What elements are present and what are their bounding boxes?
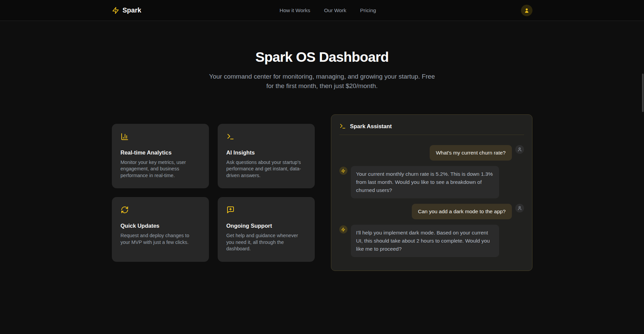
terminal-icon [339, 123, 346, 130]
feature-card-ai-insights: AI Insights Ask questions about your sta… [218, 124, 315, 189]
chat-panel-header: Spark Assistant [339, 123, 524, 135]
chat-message-assistant: I'll help you implement dark mode. Based… [339, 225, 524, 257]
zap-icon [112, 7, 119, 14]
message-square-plus-icon [226, 206, 235, 214]
page-subtitle: Your command center for monitoring, mana… [206, 72, 438, 91]
nav-inner: Spark How it Works Our Work Pricing [112, 0, 532, 21]
user-icon [517, 206, 522, 211]
main-content: Real-time Analytics Monitor your key met… [112, 114, 532, 271]
feature-title: Real-time Analytics [121, 149, 200, 156]
user-avatar [515, 204, 524, 213]
brand-logo[interactable]: Spark [112, 6, 142, 14]
zap-icon [341, 169, 345, 173]
user-icon [524, 7, 530, 13]
top-nav: Spark How it Works Our Work Pricing [0, 0, 644, 21]
user-message-bubble: What's my current churn rate? [430, 145, 512, 161]
user-avatar [515, 145, 524, 154]
feature-card-real-time-analytics: Real-time Analytics Monitor your key met… [112, 124, 209, 189]
user-avatar-button[interactable] [521, 5, 532, 16]
chat-message-user: What's my current churn rate? [339, 145, 524, 161]
feature-title: AI Insights [226, 149, 306, 156]
brand-name: Spark [123, 6, 142, 14]
assistant-message-bubble: I'll help you implement dark mode. Based… [351, 225, 499, 257]
nav-links: How it Works Our Work Pricing [279, 7, 376, 13]
feature-description: Request and deploy changes to your MVP w… [121, 232, 200, 246]
bar-chart-icon [121, 133, 129, 141]
chat-panel-title: Spark Assistant [350, 123, 392, 130]
feature-title: Quick Updates [121, 223, 200, 229]
user-message-bubble: Can you add a dark mode to the app? [412, 204, 512, 219]
hero-section: Spark OS Dashboard Your command center f… [0, 21, 644, 91]
feature-description: Monitor your key metrics, user engagemen… [121, 159, 200, 179]
page-scrollbar[interactable] [642, 0, 644, 334]
assistant-avatar [339, 167, 347, 175]
chat-messages: What's my current churn rate? Your curre… [339, 145, 524, 257]
feature-description: Get help and guidance whenever you need … [226, 232, 306, 252]
refresh-icon [121, 206, 129, 214]
feature-title: Ongoing Support [226, 223, 306, 229]
chat-message-user: Can you add a dark mode to the app? [339, 204, 524, 219]
spark-assistant-panel: Spark Assistant What's my current churn … [331, 114, 532, 271]
chat-message-assistant: Your current monthly churn rate is 5.2%.… [339, 166, 524, 198]
feature-card-quick-updates: Quick Updates Request and deploy changes… [112, 197, 209, 262]
nav-link-how-it-works[interactable]: How it Works [279, 7, 310, 13]
assistant-message-bubble: Your current monthly churn rate is 5.2%.… [351, 166, 499, 198]
nav-link-our-work[interactable]: Our Work [324, 7, 346, 13]
nav-link-pricing[interactable]: Pricing [360, 7, 376, 13]
page-title: Spark OS Dashboard [0, 49, 644, 65]
feature-description: Ask questions about your startup's perfo… [226, 159, 306, 179]
assistant-avatar [339, 225, 347, 233]
user-icon [517, 147, 522, 152]
zap-icon [341, 227, 345, 232]
scrollbar-thumb[interactable] [642, 74, 644, 112]
terminal-icon [226, 133, 235, 141]
feature-grid: Real-time Analytics Monitor your key met… [112, 124, 315, 262]
feature-card-ongoing-support: Ongoing Support Get help and guidance wh… [218, 197, 315, 262]
